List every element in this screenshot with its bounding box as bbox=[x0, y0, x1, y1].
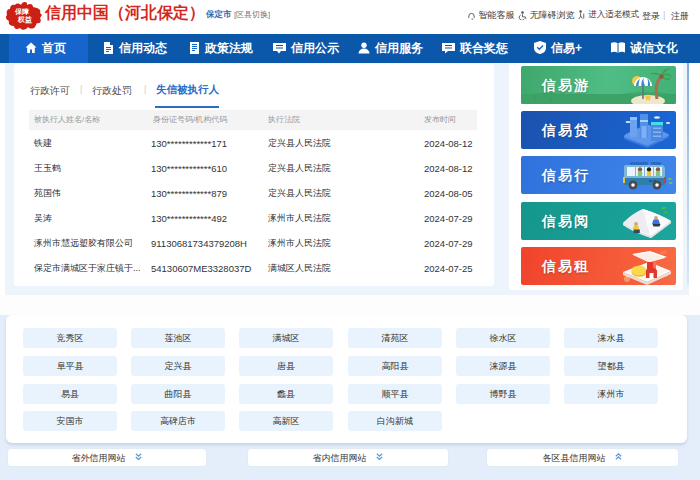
svg-text:权益: 权益 bbox=[17, 15, 32, 24]
svg-text:保障: 保障 bbox=[14, 8, 29, 16]
